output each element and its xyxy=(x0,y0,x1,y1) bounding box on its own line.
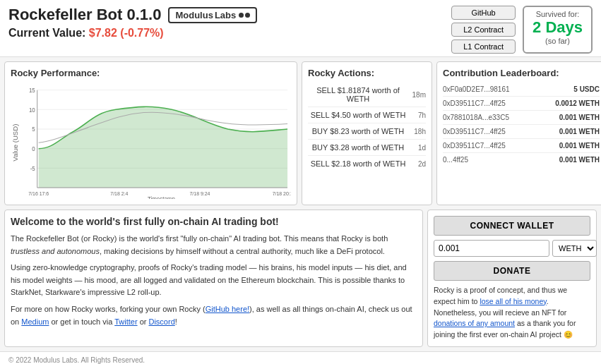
action-text: BUY $3.28 worth of WETH xyxy=(308,143,408,152)
action-time: 7h xyxy=(408,111,426,119)
svg-text:7/18 2:4: 7/18 2:4 xyxy=(110,190,128,196)
survived-sublabel: (so far) xyxy=(532,37,583,45)
connect-wallet-button[interactable]: CONNECT WALLET xyxy=(434,216,590,236)
donate-description: Rocky is a proof of concept, and thus we… xyxy=(434,285,590,341)
lb-amount: 0.0012 WETH xyxy=(555,99,600,107)
actions-title: Rocky Actions: xyxy=(308,68,426,78)
lb-amount: 0.001 WETH xyxy=(559,128,600,135)
survived-label: Survived for: xyxy=(532,10,583,18)
bottom-grid: Welcome to the world's first fully on-ch… xyxy=(0,210,601,351)
leaderboard-list: 0xF0a0D2E7...981615 USDC0xD39511C7...4ff… xyxy=(443,83,600,166)
github-button[interactable]: GitHub xyxy=(451,6,516,20)
action-time: 18h xyxy=(408,128,426,135)
leaderboard-row: 0x7881018A...e33C50.001 WETH xyxy=(443,111,600,125)
current-value-label: Current Value: xyxy=(8,27,85,39)
svg-text:7/18 9:24: 7/18 9:24 xyxy=(190,190,210,196)
svg-text:5: 5 xyxy=(32,126,35,133)
leaderboard-title: Contribution Leaderboard: xyxy=(443,68,600,78)
lb-address: 0xD39511C7...4ff25 xyxy=(443,128,506,135)
donate-amount-input[interactable] xyxy=(434,240,549,257)
action-row: SELL $4.50 worth of WETH7h xyxy=(308,107,426,123)
survived-days: 2 Days xyxy=(532,18,583,37)
lose-money-link[interactable]: lose all of his money xyxy=(480,297,546,305)
svg-text:-5: -5 xyxy=(30,165,35,171)
svg-text:0: 0 xyxy=(32,146,35,152)
action-time: 2d xyxy=(408,160,426,168)
svg-text:Value (USD): Value (USD) xyxy=(12,124,19,162)
action-time: 18m xyxy=(408,91,426,99)
donate-input-row: WETH xyxy=(434,240,590,257)
header: Rockefeller Bot 0.1.0 ModulusLabs Curren… xyxy=(0,0,601,57)
donate-card: CONNECT WALLET WETH DONATE Rocky is a pr… xyxy=(427,210,597,347)
dot-2 xyxy=(245,13,250,18)
lb-address: 0xD39511C7...4ff25 xyxy=(443,99,506,107)
donations-link[interactable]: donations of any amount xyxy=(434,319,515,327)
leaderboard-row: 0xF0a0D2E7...981615 USDC xyxy=(443,83,600,97)
app-title: Rockefeller Bot 0.1.0 xyxy=(8,6,161,24)
title-row: Rockefeller Bot 0.1.0 ModulusLabs xyxy=(8,6,257,24)
current-value-row: Current Value: $7.82 (-0.77%) xyxy=(8,27,257,40)
actions-card: Rocky Actions: SELL $1.81874 worth of WE… xyxy=(302,61,432,205)
action-text: SELL $1.81874 worth of WETH xyxy=(308,86,408,103)
welcome-card: Welcome to the world's first fully on-ch… xyxy=(4,210,423,347)
survived-box: Survived for: 2 Days (so far) xyxy=(523,6,593,54)
footer: © 2022 Modulus Labs. All Rights Reserved… xyxy=(0,351,601,364)
header-buttons: GitHub L2 Contract L1 Contract xyxy=(451,6,516,54)
welcome-para-1: The Rockefeller Bot (or Rocky) is the wo… xyxy=(11,233,417,257)
badge-modulus: Modulus xyxy=(175,10,213,20)
action-text: SELL $2.18 worth of WETH xyxy=(308,159,408,168)
lb-address: 0...4ff25 xyxy=(443,156,468,164)
header-left: Rockefeller Bot 0.1.0 ModulusLabs Curren… xyxy=(8,6,257,40)
svg-text:7/18 20:18: 7/18 20:18 xyxy=(273,190,291,196)
leaderboard-card: Contribution Leaderboard: 0xF0a0D2E7...9… xyxy=(436,61,601,205)
actions-list: SELL $1.81874 worth of WETH18mSELL $4.50… xyxy=(308,83,426,171)
performance-card: Rocky Performance: Value (USD) 15 10 5 0… xyxy=(4,61,297,205)
welcome-paragraphs: The Rockefeller Bot (or Rocky) is the wo… xyxy=(11,233,417,328)
action-row: SELL $1.81874 worth of WETH18m xyxy=(308,83,426,107)
lb-amount: 5 USDC xyxy=(573,85,600,93)
action-text: BUY $8.23 worth of WETH xyxy=(308,127,408,135)
performance-title: Rocky Performance: xyxy=(11,68,291,78)
l1-contract-button[interactable]: L1 Contract xyxy=(451,40,516,54)
header-right: GitHub L2 Contract L1 Contract Survived … xyxy=(451,6,593,54)
medium-link[interactable]: Medium xyxy=(21,317,49,326)
action-row: BUY $3.28 worth of WETH1d xyxy=(308,140,426,156)
svg-text:7/16 17:6: 7/16 17:6 xyxy=(28,190,49,196)
svg-text:Timestamp: Timestamp xyxy=(148,196,175,199)
lb-address: 0x7881018A...e33C5 xyxy=(443,114,509,121)
action-text: SELL $4.50 worth of WETH xyxy=(308,111,408,119)
welcome-title: Welcome to the world's first fully on-ch… xyxy=(11,216,417,227)
dot-1 xyxy=(239,13,244,18)
modulus-badge: ModulusLabs xyxy=(168,7,257,23)
l2-contract-button[interactable]: L2 Contract xyxy=(451,23,516,37)
lb-amount: 0.001 WETH xyxy=(559,156,600,164)
svg-text:10: 10 xyxy=(29,107,35,113)
leaderboard-row: 0...4ff250.001 WETH xyxy=(443,153,600,166)
leaderboard-row: 0xD39511C7...4ff250.0012 WETH xyxy=(443,97,600,111)
lb-address: 0xF0a0D2E7...98161 xyxy=(443,85,510,93)
twitter-link[interactable]: Twitter xyxy=(114,317,137,326)
lb-address: 0xD39511C7...4ff25 xyxy=(443,142,506,150)
leaderboard-row: 0xD39511C7...4ff250.001 WETH xyxy=(443,139,600,153)
footer-text: © 2022 Modulus Labs. All Rights Reserved… xyxy=(8,356,145,364)
action-row: BUY $8.23 worth of WETH18h xyxy=(308,123,426,140)
lb-amount: 0.001 WETH xyxy=(559,142,600,150)
action-time: 1d xyxy=(408,144,426,152)
donate-currency-select[interactable]: WETH xyxy=(552,240,597,257)
chart-container: Value (USD) 15 10 5 0 -5 7/16 17:6 7/18 … xyxy=(11,83,291,199)
leaderboard-row: 0xD39511C7...4ff250.001 WETH xyxy=(443,125,600,139)
badge-labs: Labs xyxy=(215,10,236,20)
svg-text:15: 15 xyxy=(29,87,35,94)
welcome-para-3: For more on how Rocky works, forking you… xyxy=(11,303,417,328)
current-value-amount: $7.82 (-0.77%) xyxy=(89,27,164,39)
action-row: SELL $2.18 worth of WETH2d xyxy=(308,156,426,171)
lb-amount: 0.001 WETH xyxy=(559,114,600,121)
main-grid: Rocky Performance: Value (USD) 15 10 5 0… xyxy=(0,57,601,210)
performance-chart: Value (USD) 15 10 5 0 -5 7/16 17:6 7/18 … xyxy=(11,83,291,199)
badge-dots xyxy=(239,13,250,18)
welcome-para-2: Using zero-knowledge cryptography, proof… xyxy=(11,262,417,299)
github-link[interactable]: GitHub here! xyxy=(206,305,249,313)
discord-link[interactable]: Discord xyxy=(148,317,174,326)
donate-button[interactable]: DONATE xyxy=(434,261,590,281)
